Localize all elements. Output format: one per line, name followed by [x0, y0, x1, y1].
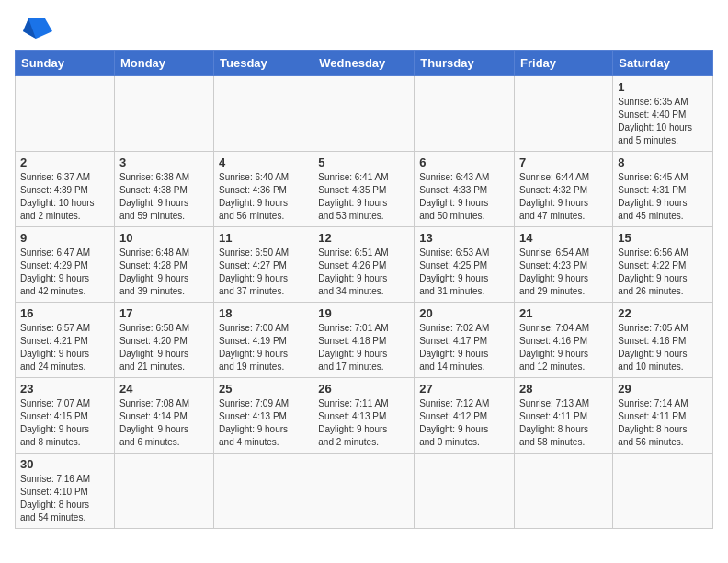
day-number: 27	[419, 382, 509, 396]
day-number: 25	[219, 382, 308, 396]
day-info: Sunrise: 6:41 AM Sunset: 4:35 PM Dayligh…	[318, 171, 409, 223]
day-info: Sunrise: 6:38 AM Sunset: 4:38 PM Dayligh…	[119, 171, 209, 223]
calendar-cell	[613, 454, 713, 529]
calendar-cell	[16, 76, 115, 152]
calendar-cell: 13Sunrise: 6:53 AM Sunset: 4:25 PM Dayli…	[415, 227, 515, 303]
calendar-cell: 6Sunrise: 6:43 AM Sunset: 4:33 PM Daylig…	[415, 152, 515, 227]
calendar-cell: 10Sunrise: 6:48 AM Sunset: 4:28 PM Dayli…	[114, 227, 213, 303]
day-number: 1	[618, 80, 708, 94]
day-header-friday: Friday	[515, 51, 613, 76]
day-info: Sunrise: 6:43 AM Sunset: 4:33 PM Dayligh…	[419, 171, 509, 223]
day-number: 13	[419, 231, 509, 245]
week-row-2: 9Sunrise: 6:47 AM Sunset: 4:29 PM Daylig…	[16, 227, 713, 303]
day-info: Sunrise: 6:47 AM Sunset: 4:29 PM Dayligh…	[20, 247, 109, 298]
day-info: Sunrise: 7:16 AM Sunset: 4:10 PM Dayligh…	[20, 473, 109, 524]
day-info: Sunrise: 6:45 AM Sunset: 4:31 PM Dayligh…	[618, 171, 708, 223]
calendar-cell: 22Sunrise: 7:05 AM Sunset: 4:16 PM Dayli…	[613, 303, 713, 378]
calendar-cell: 3Sunrise: 6:38 AM Sunset: 4:38 PM Daylig…	[114, 152, 213, 227]
day-info: Sunrise: 7:04 AM Sunset: 4:16 PM Dayligh…	[519, 322, 608, 373]
day-number: 2	[20, 155, 109, 169]
day-number: 23	[20, 382, 109, 396]
day-info: Sunrise: 6:40 AM Sunset: 4:36 PM Dayligh…	[219, 171, 308, 223]
calendar-cell: 25Sunrise: 7:09 AM Sunset: 4:13 PM Dayli…	[214, 378, 313, 454]
day-number: 15	[618, 231, 708, 245]
week-row-5: 30Sunrise: 7:16 AM Sunset: 4:10 PM Dayli…	[16, 454, 713, 529]
day-info: Sunrise: 6:48 AM Sunset: 4:28 PM Dayligh…	[119, 247, 209, 298]
calendar-cell: 18Sunrise: 7:00 AM Sunset: 4:19 PM Dayli…	[214, 303, 313, 378]
calendar-cell: 8Sunrise: 6:45 AM Sunset: 4:31 PM Daylig…	[613, 152, 713, 227]
day-info: Sunrise: 7:12 AM Sunset: 4:12 PM Dayligh…	[419, 397, 509, 449]
day-number: 28	[519, 382, 608, 396]
week-row-1: 2Sunrise: 6:37 AM Sunset: 4:39 PM Daylig…	[16, 152, 713, 227]
day-header-monday: Monday	[114, 51, 213, 76]
day-info: Sunrise: 7:11 AM Sunset: 4:13 PM Dayligh…	[318, 397, 409, 449]
calendar-cell	[313, 76, 415, 152]
day-number: 12	[318, 231, 409, 245]
day-number: 18	[219, 306, 308, 320]
logo-icon	[19, 17, 54, 40]
calendar-cell	[515, 454, 613, 529]
calendar-cell: 29Sunrise: 7:14 AM Sunset: 4:11 PM Dayli…	[613, 378, 713, 454]
calendar-table: SundayMondayTuesdayWednesdayThursdayFrid…	[15, 50, 713, 529]
day-number: 26	[318, 382, 409, 396]
calendar-cell: 2Sunrise: 6:37 AM Sunset: 4:39 PM Daylig…	[16, 152, 115, 227]
logo	[15, 15, 54, 40]
calendar-cell: 14Sunrise: 6:54 AM Sunset: 4:23 PM Dayli…	[515, 227, 613, 303]
day-info: Sunrise: 6:35 AM Sunset: 4:40 PM Dayligh…	[618, 96, 708, 147]
calendar-cell: 20Sunrise: 7:02 AM Sunset: 4:17 PM Dayli…	[415, 303, 515, 378]
calendar-cell: 12Sunrise: 6:51 AM Sunset: 4:26 PM Dayli…	[313, 227, 415, 303]
day-number: 19	[318, 306, 409, 320]
calendar-cell: 21Sunrise: 7:04 AM Sunset: 4:16 PM Dayli…	[515, 303, 613, 378]
calendar-cell: 11Sunrise: 6:50 AM Sunset: 4:27 PM Dayli…	[214, 227, 313, 303]
calendar-cell: 7Sunrise: 6:44 AM Sunset: 4:32 PM Daylig…	[515, 152, 613, 227]
day-info: Sunrise: 7:13 AM Sunset: 4:11 PM Dayligh…	[519, 397, 608, 449]
day-info: Sunrise: 6:44 AM Sunset: 4:32 PM Dayligh…	[519, 171, 608, 223]
calendar-cell	[114, 454, 213, 529]
week-row-0: 1Sunrise: 6:35 AM Sunset: 4:40 PM Daylig…	[16, 76, 713, 152]
day-info: Sunrise: 7:01 AM Sunset: 4:18 PM Dayligh…	[318, 322, 409, 373]
day-number: 24	[119, 382, 209, 396]
calendar-cell	[415, 76, 515, 152]
day-info: Sunrise: 6:54 AM Sunset: 4:23 PM Dayligh…	[519, 247, 608, 298]
calendar-cell: 19Sunrise: 7:01 AM Sunset: 4:18 PM Dayli…	[313, 303, 415, 378]
calendar-cell: 26Sunrise: 7:11 AM Sunset: 4:13 PM Dayli…	[313, 378, 415, 454]
calendar-cell	[515, 76, 613, 152]
days-header-row: SundayMondayTuesdayWednesdayThursdayFrid…	[16, 51, 713, 76]
calendar-cell	[415, 454, 515, 529]
day-info: Sunrise: 6:56 AM Sunset: 4:22 PM Dayligh…	[618, 247, 708, 298]
day-number: 4	[219, 155, 308, 169]
week-row-3: 16Sunrise: 6:57 AM Sunset: 4:21 PM Dayli…	[16, 303, 713, 378]
calendar-cell: 9Sunrise: 6:47 AM Sunset: 4:29 PM Daylig…	[16, 227, 115, 303]
calendar-cell: 23Sunrise: 7:07 AM Sunset: 4:15 PM Dayli…	[16, 378, 115, 454]
calendar-cell	[214, 76, 313, 152]
day-number: 7	[519, 155, 608, 169]
day-info: Sunrise: 7:05 AM Sunset: 4:16 PM Dayligh…	[618, 322, 708, 373]
day-header-sunday: Sunday	[16, 51, 115, 76]
calendar-cell: 30Sunrise: 7:16 AM Sunset: 4:10 PM Dayli…	[16, 454, 115, 529]
day-number: 17	[119, 306, 209, 320]
day-number: 3	[119, 155, 209, 169]
day-info: Sunrise: 6:37 AM Sunset: 4:39 PM Dayligh…	[20, 171, 109, 223]
day-info: Sunrise: 7:08 AM Sunset: 4:14 PM Dayligh…	[119, 397, 209, 449]
day-info: Sunrise: 7:14 AM Sunset: 4:11 PM Dayligh…	[618, 397, 708, 449]
day-number: 16	[20, 306, 109, 320]
day-number: 9	[20, 231, 109, 245]
day-number: 8	[618, 155, 708, 169]
day-info: Sunrise: 6:58 AM Sunset: 4:20 PM Dayligh…	[119, 322, 209, 373]
day-header-wednesday: Wednesday	[313, 51, 415, 76]
calendar-cell: 27Sunrise: 7:12 AM Sunset: 4:12 PM Dayli…	[415, 378, 515, 454]
day-number: 21	[519, 306, 608, 320]
day-header-tuesday: Tuesday	[214, 51, 313, 76]
day-info: Sunrise: 6:53 AM Sunset: 4:25 PM Dayligh…	[419, 247, 509, 298]
day-info: Sunrise: 6:50 AM Sunset: 4:27 PM Dayligh…	[219, 247, 308, 298]
calendar-cell	[114, 76, 213, 152]
day-info: Sunrise: 7:09 AM Sunset: 4:13 PM Dayligh…	[219, 397, 308, 449]
calendar-cell: 17Sunrise: 6:58 AM Sunset: 4:20 PM Dayli…	[114, 303, 213, 378]
day-info: Sunrise: 7:02 AM Sunset: 4:17 PM Dayligh…	[419, 322, 509, 373]
calendar-cell	[214, 454, 313, 529]
day-number: 11	[219, 231, 308, 245]
header	[15, 15, 713, 40]
day-info: Sunrise: 6:57 AM Sunset: 4:21 PM Dayligh…	[20, 322, 109, 373]
calendar-cell	[313, 454, 415, 529]
day-number: 22	[618, 306, 708, 320]
